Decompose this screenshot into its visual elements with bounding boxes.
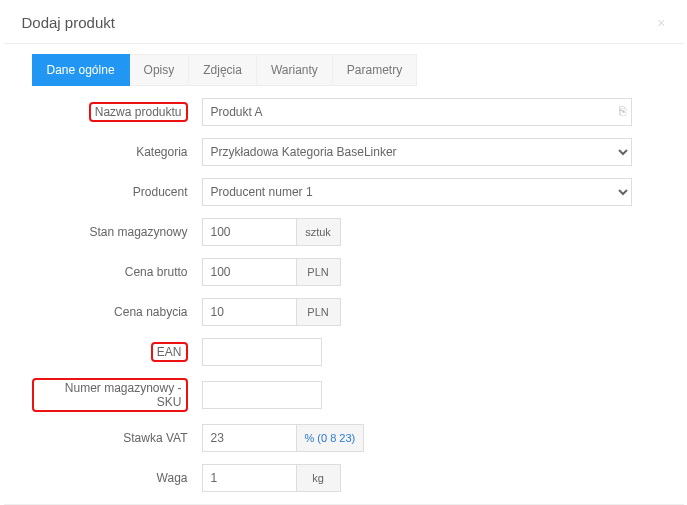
tabs: Dane ogólne Opisy Zdjęcia Warianty Param… (32, 54, 672, 86)
name-suffix-icon[interactable]: ⎘ (619, 104, 626, 118)
label-price-gross: Cena brutto (32, 265, 202, 279)
label-producer: Producent (32, 185, 202, 199)
close-icon[interactable]: × (657, 15, 665, 31)
price-gross-input[interactable] (202, 258, 297, 286)
price-gross-currency: PLN (297, 258, 341, 286)
label-weight: Waga (32, 471, 202, 485)
label-price-purchase: Cena nabycia (32, 305, 202, 319)
label-product-name: Nazwa produktu (89, 102, 188, 122)
label-sku: Numer magazynowy - SKU (32, 378, 188, 412)
tab-images[interactable]: Zdjęcia (189, 54, 257, 86)
price-purchase-currency: PLN (297, 298, 341, 326)
product-name-input[interactable] (202, 98, 632, 126)
tab-descriptions[interactable]: Opisy (130, 54, 190, 86)
vat-hint[interactable]: % (0 8 23) (297, 424, 365, 452)
label-category: Kategoria (32, 145, 202, 159)
modal-title: Dodaj produkt (22, 14, 115, 31)
modal-header: Dodaj produkt × (4, 0, 684, 43)
weight-input[interactable] (202, 464, 297, 492)
tab-variants[interactable]: Warianty (257, 54, 333, 86)
divider (4, 43, 684, 44)
category-select[interactable]: Przykładowa Kategoria BaseLinker (202, 138, 632, 166)
label-vat: Stawka VAT (32, 431, 202, 445)
add-product-modal: Dodaj produkt × Dane ogólne Opisy Zdjęci… (4, 0, 684, 505)
producer-select[interactable]: Producent numer 1 (202, 178, 632, 206)
sku-input[interactable] (202, 381, 322, 409)
stock-input[interactable] (202, 218, 297, 246)
label-ean: EAN (151, 342, 188, 362)
tab-parameters[interactable]: Parametry (333, 54, 417, 86)
weight-unit: kg (297, 464, 341, 492)
ean-input[interactable] (202, 338, 322, 366)
tab-general[interactable]: Dane ogólne (32, 54, 130, 86)
price-purchase-input[interactable] (202, 298, 297, 326)
label-stock: Stan magazynowy (32, 225, 202, 239)
vat-input[interactable] (202, 424, 297, 452)
stock-unit: sztuk (297, 218, 341, 246)
form-general: Nazwa produktu ⎘ Kategoria Przykładowa K… (4, 92, 684, 492)
